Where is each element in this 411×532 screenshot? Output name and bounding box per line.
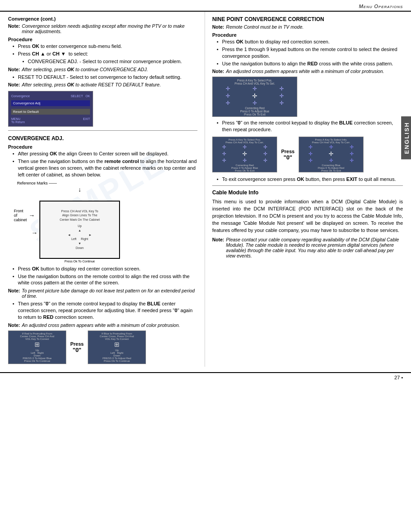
- note5-label: Note:: [8, 322, 20, 328]
- ref-marks-label: Reference Marks ——: [17, 181, 197, 185]
- front-of-cabinet-label: Front of cabinet →: [14, 209, 35, 222]
- small-screen-red: If Red Is Protruding FromCenter Cross, P…: [8, 330, 66, 364]
- menu-item-reset-default: Reset to Default: [11, 109, 90, 115]
- ss-top-blue: If Blue Is Protruding FromCenter Cross, …: [90, 332, 144, 340]
- list-item: Press "0" on the remote control keypad t…: [217, 120, 403, 133]
- nine-point-bot: Correcting RedPress 0 To Adjust BluePres…: [214, 107, 295, 116]
- note4-text: To prevent picture tube damage do not le…: [22, 288, 197, 299]
- cs-bot-blue: Correcting BluePress 0 To Adjust RedPres…: [300, 164, 362, 172]
- procedure-title-1: Procedure: [8, 37, 197, 42]
- note2-label: Note:: [8, 67, 20, 72]
- nine-point-title: NINE POINT CONVERGENCE CORRECTION: [212, 16, 403, 22]
- press-zero-label-left: Press "0": [68, 341, 86, 353]
- list-item: Use the navigation buttons on the remote…: [13, 273, 197, 287]
- list-item: Press OK button to display red center co…: [13, 266, 197, 272]
- cable-note-label: Note:: [212, 237, 224, 258]
- right-note2-label: Note:: [212, 69, 224, 74]
- right-procedure-title: Procedure: [212, 32, 403, 38]
- convergence-adj-title: CONVERGENCE ADJ.: [8, 135, 197, 142]
- press-ok-continue: Press Ok To Continue: [39, 260, 120, 263]
- cable-module-title: Cable Module Info: [212, 189, 403, 196]
- ss-bot-red: UpLeft RightDownPRESS 0 To Adjust BluePr…: [10, 349, 64, 362]
- cable-note-text: Please contact your cable company regard…: [226, 237, 403, 258]
- list-item: CONVERGENCE ADJ. - Select to correct min…: [22, 58, 197, 65]
- small-screen-blue: If Blue Is Protruding FromCenter Cross, …: [88, 330, 146, 364]
- divider-1: [8, 130, 197, 131]
- note1-label: Note:: [8, 23, 20, 34]
- convergence-menu-screen: Convergence SELECT OK Convergence Adj Re…: [8, 91, 93, 127]
- ss-top-red: If Red Is Protruding FromCenter Cross, P…: [10, 332, 64, 340]
- procedure-bullets-2: RESET TO DEFAULT - Select to set converg…: [13, 74, 197, 81]
- right-note2: Note: An adjusted cross pattern appears …: [212, 69, 403, 74]
- note3-label: Note:: [8, 82, 20, 87]
- right-note1-text: Remote Control must be in TV mode.: [226, 24, 304, 30]
- procedure-title-2: Procedure: [8, 144, 197, 150]
- corr-grid-blue: ✛✛✛ ✛✛✛ ✛✛✛: [300, 144, 362, 164]
- left-column: Convergence (cont.) Note: Convergence se…: [8, 12, 205, 367]
- list-item: To exit convergence screen press OK butt…: [217, 176, 403, 183]
- header-title: Menu Operations: [359, 4, 403, 9]
- ss-mid-blue: ⊞: [90, 340, 144, 349]
- ss-mid-red: ⊞: [10, 340, 64, 349]
- corr-screen-red: Press A Key To Select Pos.Press CH And V…: [212, 137, 277, 172]
- center-alignment-diagram: Reference Marks —— Front of cabinet → ↓: [17, 181, 197, 263]
- screen-inner-text: Press CH And VOL Key To Align Green Line…: [60, 209, 100, 250]
- screen-box: → Press CH And VOL Key To Align Green Li…: [39, 201, 120, 259]
- list-item: RESET TO DEFAULT - Select to set converg…: [13, 74, 197, 81]
- ss-bot-blue: UpLeft RightDownPRESS 0 To Adjust RedPre…: [90, 349, 144, 362]
- corr-grid-red: ✛✛✛ ✛✛✛ ✛✛✛: [214, 144, 275, 164]
- page-footer: 27 •: [0, 372, 411, 382]
- list-item: Then press "0" on the remote control key…: [13, 300, 197, 321]
- cs-bot-red: Correcting RedPress 0 To Adjust BluePres…: [214, 164, 275, 172]
- procedure-bullets-1: Press OK to enter convergence sub-menu f…: [13, 43, 197, 65]
- list-item: Press the 1 through 9 keypad buttons on …: [217, 46, 403, 60]
- page: SAMPLE Menu Operations ENGLISH Convergen…: [0, 0, 411, 532]
- list-item: Press OK button to display red correctio…: [217, 39, 403, 45]
- cs-top-blue: Press A Key To Select Info.Press CH And …: [300, 138, 362, 144]
- nine-point-grid: ✛✛✛ ✛✛✛ ✛✛✛: [214, 85, 295, 107]
- list-item: Then use the navigation buttons on the r…: [13, 158, 197, 178]
- right-column: NINE POINT CONVERGENCE CORRECTION Note: …: [205, 12, 403, 367]
- procedure-bullets-5: Then press "0" on the remote control key…: [13, 300, 197, 321]
- nine-point-top: Press A Key To Select Pos.Press CH And V…: [214, 79, 295, 85]
- note2: Note: After selecting, press OK to conti…: [8, 67, 197, 72]
- note4: Note: To prevent picture tube damage do …: [8, 288, 197, 299]
- cable-module-body: This menu is used to provide information…: [212, 198, 403, 234]
- cable-module-note: Note: Please contact your cable company …: [212, 237, 403, 258]
- list-item: Press CH ▲ or CH ▼ to select: CONVERGENC…: [13, 51, 197, 65]
- list-item: Use the navigation buttons to align the …: [217, 60, 403, 67]
- right-note1-label: Note:: [212, 24, 224, 30]
- right-note1: Note: Remote Control must be in TV mode.: [212, 24, 403, 30]
- note3-text: After selecting, press OK to activate RE…: [22, 82, 161, 87]
- right-bullets-1: Press OK button to display red correctio…: [217, 39, 403, 67]
- nine-point-screen: Press A Key To Select Pos.Press CH And V…: [212, 77, 297, 117]
- nine-point-screen-wrapper: Press A Key To Select Pos.Press CH And V…: [212, 77, 403, 117]
- note1: Note: Convergence seldom needs adjusting…: [8, 23, 197, 34]
- convergence-cont-title: Convergence (cont.): [8, 16, 197, 21]
- corr-screen-blue: Press A Key To Select Info.Press CH And …: [299, 137, 364, 172]
- note1-text: Convergence seldom needs adjusting excep…: [22, 23, 197, 34]
- right-note2-text: An adjusted cross pattern appears white …: [226, 69, 384, 74]
- note4-label: Note:: [8, 288, 20, 299]
- cs-top-red: Press A Key To Select Pos.Press CH And V…: [214, 138, 275, 144]
- main-content: Convergence (cont.) Note: Convergence se…: [0, 12, 411, 367]
- page-number: 27 •: [394, 375, 403, 380]
- convergence-menu-diagram: Convergence SELECT OK Convergence Adj Re…: [8, 91, 197, 127]
- right-bullets-2: Press "0" on the remote control keypad t…: [217, 120, 403, 133]
- page-header: Menu Operations: [0, 0, 411, 12]
- right-bullets-3: To exit convergence screen press OK butt…: [217, 176, 403, 183]
- note5-text: An adjusted cross pattern appears white …: [22, 322, 180, 328]
- menu-item-convergence-adj: Convergence Adj: [11, 100, 90, 106]
- correction-screen-pair: Press A Key To Select Pos.Press CH And V…: [212, 137, 403, 172]
- list-item: Press OK to enter convergence sub-menu f…: [13, 43, 197, 50]
- small-screen-pair-left: If Red Is Protruding FromCenter Cross, P…: [8, 330, 197, 364]
- note5: Note: An adjusted cross pattern appears …: [8, 322, 197, 328]
- list-item: After pressing OK the align Green to Cen…: [13, 150, 197, 157]
- note3: Note: After selecting, press OK to activ…: [8, 82, 197, 87]
- press-zero-label-right: Press "0": [279, 149, 297, 161]
- menu-screen-footer: MENUTo Return EXIT: [11, 117, 90, 124]
- note2-text: After selecting, press OK to continue CO…: [22, 67, 148, 72]
- procedure-bullets-3: After pressing OK the align Green to Cen…: [13, 150, 197, 178]
- divider-right: [212, 185, 403, 186]
- menu-screen-header: Convergence SELECT OK: [11, 94, 90, 98]
